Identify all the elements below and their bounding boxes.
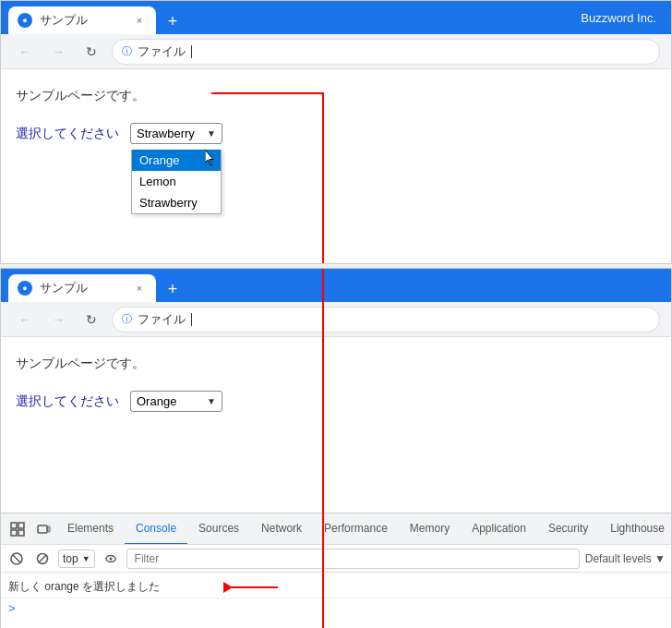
top-page-description: サンプルページです。 bbox=[16, 88, 656, 104]
console-levels-selector[interactable]: Default levels ▼ bbox=[585, 552, 666, 565]
chevron-down-icon: ▼ bbox=[82, 554, 90, 563]
top-select-row: 選択してください Strawberry ▼ Orange Lemon Straw… bbox=[16, 123, 656, 144]
devtools-device-icon[interactable] bbox=[30, 516, 56, 542]
eye-icon bbox=[104, 552, 117, 565]
svg-line-9 bbox=[39, 555, 46, 562]
top-dropdown-menu: Orange Lemon Strawberry bbox=[131, 150, 222, 214]
svg-rect-1 bbox=[18, 523, 24, 528]
bottom-page-description: サンプルページです。 bbox=[16, 356, 656, 372]
bottom-browser-window: ● サンプル × + ← → ↻ ⓘ ファイル サンプルページです。 選択してく… bbox=[0, 268, 672, 628]
top-select-box[interactable]: Strawberry ▼ Orange Lemon Strawberry bbox=[130, 123, 222, 144]
devtools-tab-network[interactable]: Network bbox=[250, 513, 313, 545]
devtools-tab-security[interactable]: Security bbox=[537, 513, 599, 545]
devtools-tab-bar: Elements Console Sources Network Perform… bbox=[1, 513, 671, 545]
console-filter-input[interactable] bbox=[126, 549, 580, 569]
console-context-selector[interactable]: top ▼ bbox=[58, 550, 95, 568]
bottom-refresh-button[interactable]: ↻ bbox=[78, 307, 104, 332]
bottom-tab[interactable]: ● サンプル × bbox=[8, 274, 156, 302]
devtools-tab-application[interactable]: Application bbox=[461, 513, 537, 545]
top-address-text: ファイル bbox=[138, 43, 186, 60]
devtools-tab-lighthouse[interactable]: Lighthouse bbox=[599, 513, 671, 545]
bottom-tab-close[interactable]: × bbox=[132, 281, 147, 296]
console-clear-button[interactable] bbox=[6, 549, 27, 569]
top-tab-favicon: ● bbox=[18, 13, 32, 28]
top-browser-window: ● サンプル × + Buzzword Inc. ← → ↻ ⓘ ファイル サン… bbox=[0, 0, 672, 264]
bottom-tab-bar: ● サンプル × + bbox=[8, 269, 664, 302]
svg-rect-4 bbox=[38, 525, 47, 533]
bottom-select-row: 選択してください Orange ▼ bbox=[16, 391, 656, 412]
console-prompt[interactable]: > bbox=[1, 598, 671, 618]
bottom-toolbar: ← → ↻ ⓘ ファイル bbox=[1, 302, 671, 337]
bottom-address-text: ファイル bbox=[138, 311, 186, 328]
bottom-forward-button[interactable]: → bbox=[45, 307, 71, 332]
svg-rect-5 bbox=[48, 526, 50, 532]
console-ban-button[interactable] bbox=[32, 549, 53, 569]
bottom-back-button[interactable]: ← bbox=[12, 307, 38, 332]
red-line-vertical bbox=[322, 92, 324, 263]
top-back-button[interactable]: ← bbox=[12, 39, 38, 65]
bottom-address-cursor bbox=[191, 313, 192, 326]
inspect-element-icon bbox=[10, 522, 25, 537]
bottom-address-bar[interactable]: ⓘ ファイル bbox=[112, 307, 660, 332]
bottom-info-icon: ⓘ bbox=[122, 312, 132, 326]
devtools-inspect-icon[interactable] bbox=[5, 516, 30, 542]
console-toolbar: top ▼ Default levels ▼ bbox=[1, 545, 671, 573]
bottom-page-content: サンプルページです。 選択してください Orange ▼ bbox=[1, 337, 671, 513]
bottom-select-label: 選択してください bbox=[16, 393, 119, 410]
top-tab[interactable]: ● サンプル × bbox=[8, 6, 156, 34]
bottom-select-box[interactable]: Orange ▼ bbox=[130, 391, 222, 412]
red-arrow bbox=[232, 586, 278, 588]
buzzword-label: Buzzword Inc. bbox=[581, 11, 664, 25]
svg-point-11 bbox=[109, 557, 112, 560]
red-line-horizontal-top bbox=[211, 92, 324, 94]
clear-console-icon bbox=[10, 552, 23, 565]
svg-rect-3 bbox=[18, 530, 24, 536]
top-tab-title: サンプル bbox=[40, 12, 125, 29]
console-eye-button[interactable] bbox=[101, 549, 121, 569]
devtools-panel: Elements Console Sources Network Perform… bbox=[1, 513, 671, 628]
bottom-select-value: Orange bbox=[137, 394, 203, 408]
dropdown-item-orange[interactable]: Orange bbox=[132, 150, 221, 171]
top-address-bar[interactable]: ⓘ ファイル bbox=[112, 39, 660, 65]
top-tab-bar: ● サンプル × + bbox=[8, 1, 581, 34]
console-log-message: 新しく orange を選択しました bbox=[8, 579, 160, 595]
top-select-label: 選択してください bbox=[16, 126, 119, 142]
devtools-tab-performance[interactable]: Performance bbox=[313, 513, 399, 545]
bottom-tab-title: サンプル bbox=[40, 280, 125, 296]
dropdown-item-strawberry[interactable]: Strawberry bbox=[132, 192, 221, 213]
top-select-arrow-icon: ▼ bbox=[207, 128, 216, 139]
bottom-tab-favicon: ● bbox=[18, 281, 32, 296]
top-new-tab-button[interactable]: + bbox=[160, 8, 186, 34]
dropdown-item-lemon[interactable]: Lemon bbox=[132, 171, 221, 192]
top-info-icon: ⓘ bbox=[122, 44, 132, 58]
devtools-tab-console[interactable]: Console bbox=[125, 513, 187, 545]
ban-icon bbox=[36, 552, 49, 565]
bottom-new-tab-button[interactable]: + bbox=[160, 276, 186, 302]
top-toolbar: ← → ↻ ⓘ ファイル bbox=[1, 34, 671, 69]
top-select-value: Strawberry bbox=[137, 127, 203, 140]
console-log-line: 新しく orange を選択しました bbox=[1, 576, 671, 598]
top-refresh-button[interactable]: ↻ bbox=[78, 39, 104, 65]
svg-rect-2 bbox=[11, 530, 17, 536]
svg-rect-0 bbox=[11, 523, 17, 528]
bottom-select-arrow-icon: ▼ bbox=[207, 396, 216, 406]
console-output: 新しく orange を選択しました > bbox=[1, 573, 671, 628]
bottom-titlebar: ● サンプル × + bbox=[1, 269, 671, 302]
devtools-tab-memory[interactable]: Memory bbox=[399, 513, 461, 545]
devtools-tab-elements[interactable]: Elements bbox=[56, 513, 125, 545]
svg-line-7 bbox=[13, 555, 20, 562]
top-titlebar: ● サンプル × + Buzzword Inc. bbox=[1, 1, 671, 34]
responsive-icon bbox=[36, 522, 51, 537]
top-forward-button[interactable]: → bbox=[45, 39, 71, 65]
top-page-content: サンプルページです。 選択してください Strawberry ▼ Orange … bbox=[1, 69, 671, 263]
top-tab-close[interactable]: × bbox=[132, 13, 147, 28]
devtools-tab-sources[interactable]: Sources bbox=[187, 513, 250, 545]
top-address-cursor bbox=[191, 45, 192, 58]
